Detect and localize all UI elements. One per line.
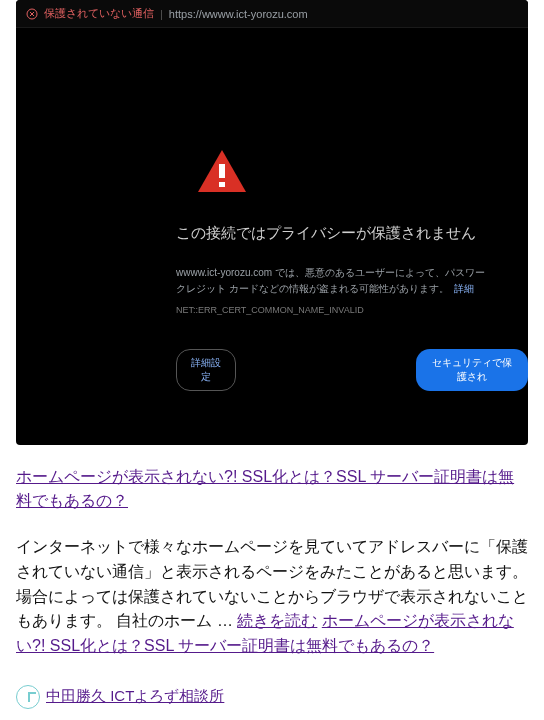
insecure-label: 保護されていない通信 [44,6,154,21]
svg-rect-5 [219,182,225,187]
post-title-link[interactable]: ホームページが表示されない?! SSL化とは？SSL サーバー証明書は無料でもあ… [16,465,528,513]
author-link[interactable]: 中田勝久 ICTよろず相談所 [46,687,224,706]
address-url: https://wwww.ict-yorozu.com [169,8,308,20]
insecure-icon [26,8,38,20]
advanced-button[interactable]: 詳細設定 [176,349,236,391]
warning-buttons: 詳細設定 セキュリティで保護され [176,349,528,391]
warning-description: wwww.ict-yorozu.com では、悪意のあるユーザーによって、パスワ… [176,265,528,297]
warning-area: この接続ではプライバシーが保護されません wwww.ict-yorozu.com… [16,28,528,391]
author-avatar-icon [16,685,40,709]
browser-screenshot[interactable]: 保護されていない通信 | https://wwww.ict-yorozu.com… [16,0,528,445]
address-bar: 保護されていない通信 | https://wwww.ict-yorozu.com [16,0,528,28]
warning-title: この接続ではプライバシーが保護されません [176,224,528,243]
address-separator: | [160,8,163,20]
post-excerpt: インターネットで様々なホームページを見ていてアドレスバーに「保護されていない通信… [16,535,528,659]
warning-desc-line1: wwww.ict-yorozu.com では、悪意のあるユーザーによって、パスワ… [176,267,485,278]
warning-desc-line2: クレジット カードなどの情報が盗まれる可能性があります。 [176,283,449,294]
error-code: NET::ERR_CERT_COMMON_NAME_INVALID [176,305,528,315]
svg-rect-4 [219,164,225,178]
continue-reading-link[interactable]: 続きを読む [237,612,317,629]
detail-link[interactable]: 詳細 [454,283,474,294]
back-to-safety-button[interactable]: セキュリティで保護され [416,349,528,391]
author-row: 中田勝久 ICTよろず相談所 [16,685,528,709]
warning-triangle-icon [196,148,248,194]
